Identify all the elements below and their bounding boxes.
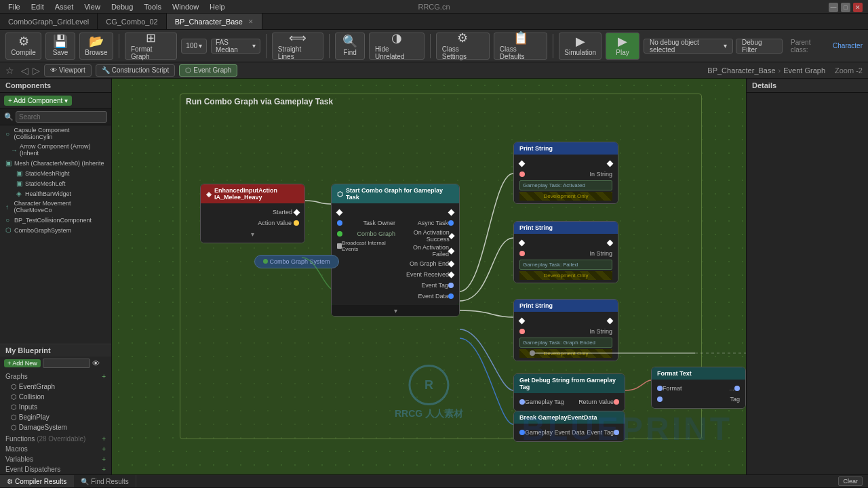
graph-damage-system[interactable]: ⬡ DamageSystem xyxy=(0,422,111,432)
play-button[interactable]: ▶ Play xyxy=(606,33,639,60)
event-graph-tab[interactable]: ⬡ Event Graph xyxy=(179,64,237,77)
comp-capsule[interactable]: ○Capsule Component (CollisionCylin xyxy=(0,125,111,142)
eye-icon[interactable]: 👁 xyxy=(92,359,100,367)
section-add-icon[interactable]: + xyxy=(102,373,106,380)
construction-script-tab[interactable]: 🔧 Construction Script xyxy=(96,64,175,77)
find-results-tab[interactable]: 🔍 Find Results xyxy=(74,475,136,487)
expand-area[interactable]: ▾ xyxy=(332,305,459,316)
graph-begin-play[interactable]: ⬡ BeginPlay xyxy=(0,412,111,422)
node-combo-graph-system[interactable]: Combo Graph System xyxy=(254,255,339,268)
debug-filter-dropdown[interactable]: Debug Filter xyxy=(736,39,783,54)
menu-edit[interactable]: Edit xyxy=(26,1,50,12)
format-graph-label: Format Graph xyxy=(131,45,171,60)
viewport-label: Viewport xyxy=(59,66,85,74)
graphs-section-header[interactable]: Graphs + xyxy=(0,371,111,382)
compile-button[interactable]: ⚙ Compile xyxy=(5,33,41,60)
tab-bp-character-base[interactable]: BP_Character_Base ✕ xyxy=(167,14,262,29)
node-enhanced-input[interactable]: ◈ EnhancedInputAction IA_Melee_Heavy Sta… xyxy=(200,184,305,243)
hide-unrelated-button[interactable]: ◑ Hide Unrelated xyxy=(369,33,425,60)
tab-combograph-gridlevel[interactable]: ComboGraph_GridLevel xyxy=(0,14,98,29)
search-input[interactable] xyxy=(16,111,107,123)
event-dispatchers-section-header[interactable]: Event Dispatchers + xyxy=(0,464,111,474)
event-dispatchers-add-icon[interactable]: + xyxy=(102,466,106,473)
save-button[interactable]: 💾 Save xyxy=(45,33,75,60)
event-graph-icon: ⬡ xyxy=(185,66,191,74)
graph-collision[interactable]: ⬡ Collision xyxy=(0,392,111,402)
exec-in xyxy=(519,317,526,324)
clear-button[interactable]: Clear xyxy=(838,476,863,486)
node-start-combo[interactable]: ⬡ Start Combo Graph for Gameplay Task Ta… xyxy=(331,184,460,317)
breadcrumb-root[interactable]: BP_Character_Base xyxy=(707,66,775,75)
class-defaults-button[interactable]: 📋 Class Defaults xyxy=(494,33,548,60)
simulation-button[interactable]: ▶ Simulation xyxy=(559,33,601,60)
star-icon[interactable]: ☆ xyxy=(5,65,14,76)
node-print-string-1[interactable]: Print String In String Gameplay Task: Ac… xyxy=(513,142,618,204)
comp-health-bar[interactable]: ◈HealthBarWidget xyxy=(0,188,111,199)
comp-test-collision[interactable]: ○BP_TestCollisionComponent xyxy=(0,215,111,225)
tab-close-icon[interactable]: ✕ xyxy=(248,18,254,25)
variables-section-header[interactable]: Variables + xyxy=(0,454,111,464)
add-component-button[interactable]: + Add Component ▾ xyxy=(4,96,72,106)
browse-icon: 📂 xyxy=(89,35,104,47)
node-get-debug-string[interactable]: Get Debug String from Gameplay Tag Gamep… xyxy=(513,373,625,411)
class-settings-button[interactable]: ⚙ Class Settings xyxy=(436,33,490,60)
forward-icon[interactable]: ▷ xyxy=(33,65,40,76)
pin-out xyxy=(614,430,619,435)
graph-area[interactable]: Run Combo Graph via Gameplay Task ◈ Enha… xyxy=(112,79,746,474)
compiler-results-tab[interactable]: ⚙ Compiler Results xyxy=(0,475,74,487)
comp-arrow[interactable]: →Arrow Component (Arrow) (Inherit xyxy=(0,142,111,158)
find-button[interactable]: 🔍 Find xyxy=(335,33,365,60)
node-title: EnhancedInputAction IA_Melee_Heavy xyxy=(214,187,299,201)
debug-object-dropdown[interactable]: No debug object selected ▾ xyxy=(644,39,733,54)
zoom-input[interactable]: 100 ▾ xyxy=(181,39,207,54)
add-new-button[interactable]: + Add New xyxy=(4,359,41,367)
comp-mesh[interactable]: ▣Mesh (CharacterMesh0) (Inherite xyxy=(0,158,111,168)
expand-icon[interactable]: ▾ xyxy=(251,230,254,238)
node-print-string-3[interactable]: Print String In String Gameplay Task: Gr… xyxy=(513,299,618,361)
browse-button[interactable]: 📂 Browse xyxy=(79,33,113,60)
node-print-string-2[interactable]: Print String In String Gameplay Task: Fa… xyxy=(513,221,618,283)
node-format-text[interactable]: Format Text Format ... Tag xyxy=(651,367,746,409)
tab-cg-combo02[interactable]: CG_Combo_02 xyxy=(98,14,166,29)
node-header: Print String xyxy=(514,142,618,155)
search-bar: 🔍 xyxy=(0,109,111,125)
comp-char-movement[interactable]: ↑Character Movement (CharMoveCo xyxy=(0,199,111,215)
node-label: Combo Graph System xyxy=(270,258,330,265)
functions-section-header[interactable]: Functions (28 Overridable) + xyxy=(0,434,111,444)
menu-help[interactable]: Help xyxy=(204,1,231,12)
straight-lines-button[interactable]: ⟺ Straight Lines xyxy=(272,33,323,60)
comp-combo-graph[interactable]: ⬡ComboGraphSystem xyxy=(0,225,111,235)
minimize-button[interactable]: — xyxy=(829,3,838,12)
my-blueprint-search-input[interactable] xyxy=(43,359,90,368)
menu-asset[interactable]: Asset xyxy=(50,1,79,12)
format-graph-button[interactable]: ⊞ Format Graph xyxy=(125,33,177,60)
variables-add-icon[interactable]: + xyxy=(102,455,106,463)
pin-label: Task Owner xyxy=(363,220,395,226)
exec-pin-out xyxy=(294,209,300,216)
comp-static-mesh-left[interactable]: ▣StaticMeshLeft xyxy=(0,178,111,188)
maximize-button[interactable]: □ xyxy=(841,3,850,12)
back-icon[interactable]: ◁ xyxy=(21,65,28,76)
viewport-tab[interactable]: 👁 Viewport xyxy=(44,64,92,77)
pin-label: In String xyxy=(589,250,612,257)
menu-file[interactable]: File xyxy=(3,1,26,12)
macros-add-icon[interactable]: + xyxy=(102,445,106,453)
comp-icon: ⬡ xyxy=(5,226,12,234)
dev-only-label: Development Only xyxy=(519,271,612,280)
functions-add-icon[interactable]: + xyxy=(102,435,106,443)
graph-inputs[interactable]: ⬡ Inputs xyxy=(0,402,111,412)
comp-static-mesh-right[interactable]: ▣StaticMeshRight xyxy=(0,168,111,178)
menu-window[interactable]: Window xyxy=(167,1,204,12)
menu-debug[interactable]: Debug xyxy=(106,1,138,12)
menu-view[interactable]: View xyxy=(79,1,106,12)
graph-event-graph[interactable]: ⬡ EventGraph xyxy=(0,382,111,392)
my-blueprint-header[interactable]: My Blueprint xyxy=(0,344,111,357)
fas-median-icon: ▾ xyxy=(252,42,256,49)
close-button[interactable]: ✕ xyxy=(853,3,863,12)
menu-tools[interactable]: Tools xyxy=(138,1,167,12)
macros-section-header[interactable]: Macros + xyxy=(0,444,111,454)
fas-median-dropdown[interactable]: FAS Median ▾ xyxy=(211,39,260,54)
exec-pin-in xyxy=(336,209,343,216)
find-icon: 🔍 xyxy=(342,35,357,47)
node-break-gameplay-event[interactable]: Break GameplayEventData Gameplay Event D… xyxy=(513,411,625,442)
